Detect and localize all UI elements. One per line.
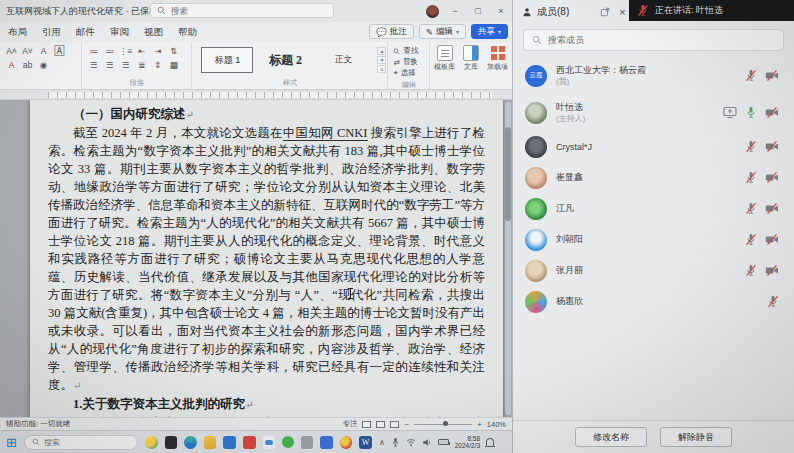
notifications-icon[interactable]: [486, 438, 494, 446]
mic-muted-icon[interactable]: [745, 69, 757, 82]
indent-left-icon[interactable]: ⇤: [135, 45, 148, 57]
sort-icon[interactable]: ⇅: [167, 45, 180, 57]
read-mode-icon[interactable]: [362, 421, 371, 428]
align-center-icon[interactable]: ☰: [103, 59, 116, 71]
word-search-input[interactable]: [171, 6, 291, 16]
member-row[interactable]: 张月丽: [525, 255, 784, 286]
camera-off-icon[interactable]: [765, 106, 779, 119]
tab-mailings[interactable]: 邮件: [76, 26, 95, 39]
zoom-in-icon[interactable]: +: [477, 420, 482, 429]
line-spacing-icon[interactable]: ⇕: [151, 59, 164, 71]
wechat-icon[interactable]: [282, 436, 294, 448]
mic-active-icon[interactable]: [745, 106, 757, 119]
font-color-icon[interactable]: A: [5, 59, 18, 71]
horizontal-ruler[interactable]: [0, 90, 512, 100]
rename-button[interactable]: 修改名称: [575, 427, 647, 447]
find-button[interactable]: 查找: [393, 46, 424, 56]
wifi-icon[interactable]: [406, 438, 416, 447]
document-page[interactable]: （一）国内研究综述↵ 截至 2024 年 2 月，本文就论文选题在中国知网 CN…: [30, 100, 503, 417]
tab-review[interactable]: 审阅: [110, 26, 129, 39]
print-layout-icon[interactable]: [376, 421, 385, 428]
tab-references[interactable]: 引用: [42, 26, 61, 39]
mic-muted-icon[interactable]: [745, 264, 757, 277]
style-heading1[interactable]: 标题 1: [201, 47, 253, 73]
tab-layout[interactable]: 布局: [8, 26, 27, 39]
highlight-icon[interactable]: ab: [21, 59, 34, 71]
task-view-icon[interactable]: [165, 436, 178, 449]
camera-off-icon[interactable]: [765, 171, 779, 184]
align-left-icon[interactable]: ☰: [87, 59, 100, 71]
member-row[interactable]: 刘朝阳: [525, 224, 784, 255]
gray-app-icon[interactable]: [301, 436, 314, 449]
file-explorer-icon[interactable]: [204, 436, 217, 449]
editing-mode-button[interactable]: ✎编辑▾: [419, 24, 466, 39]
style-heading2[interactable]: 标题 2: [259, 47, 311, 73]
camera-off-icon[interactable]: [765, 233, 779, 246]
addins-button[interactable]: 加载项: [483, 42, 512, 89]
docs-app-icon[interactable]: [320, 436, 333, 449]
battery-icon[interactable]: [438, 439, 449, 445]
start-button[interactable]: ⊞: [6, 436, 17, 449]
tray-chevron-icon[interactable]: ∧: [379, 438, 385, 447]
mic-muted-icon[interactable]: [745, 202, 757, 215]
zoom-out-icon[interactable]: −: [404, 420, 409, 429]
screen-share-icon[interactable]: [723, 106, 737, 119]
align-right-icon[interactable]: ☰: [119, 59, 132, 71]
netease-app-icon[interactable]: [243, 436, 256, 449]
member-row[interactable]: Crystal*J: [525, 131, 784, 162]
clear-format-icon[interactable]: A: [37, 45, 50, 57]
mic-muted-icon[interactable]: [745, 233, 757, 246]
tray-mic-icon[interactable]: [391, 437, 400, 448]
camera-off-icon[interactable]: [765, 69, 779, 82]
taskbar-search-input[interactable]: [44, 438, 114, 447]
member-search-box[interactable]: [523, 29, 784, 51]
indent-right-icon[interactable]: ⇥: [151, 45, 164, 57]
taskbar-search[interactable]: [24, 435, 138, 450]
font-shrink-icon[interactable]: A˄: [5, 45, 18, 57]
shading-icon[interactable]: ▦: [167, 59, 180, 71]
library-button[interactable]: 文库: [459, 42, 483, 89]
member-row[interactable]: 叶恒选 (主持人): [525, 94, 784, 131]
member-row[interactable]: 杨惠欣: [525, 286, 784, 317]
doc-scrollbar[interactable]: [505, 102, 511, 415]
replace-button[interactable]: ⇄替换: [393, 57, 424, 67]
template-library-button[interactable]: 模板库: [430, 42, 459, 89]
member-search-input[interactable]: [548, 35, 728, 45]
word-search-box[interactable]: [150, 3, 334, 18]
camera-off-icon[interactable]: [765, 140, 779, 153]
member-row[interactable]: 崔显鑫: [525, 162, 784, 193]
style-normal[interactable]: 正文: [317, 47, 369, 73]
close-panel-icon[interactable]: ×: [619, 6, 625, 18]
char-border-icon[interactable]: 🄰: [53, 45, 66, 57]
mic-muted-icon[interactable]: [767, 295, 779, 308]
member-row[interactable]: 云霞 西北工业大学：杨云霞 (我): [525, 57, 784, 94]
cloud-drive-icon[interactable]: [263, 436, 276, 449]
tab-view[interactable]: 视图: [144, 26, 163, 39]
edge-browser-icon[interactable]: [184, 436, 197, 449]
popout-panel-icon[interactable]: [600, 7, 610, 17]
unmute-button[interactable]: 解除静音: [660, 427, 732, 447]
styles-up-icon[interactable]: ▲: [377, 47, 386, 55]
account-avatar[interactable]: [426, 5, 439, 18]
restore-button[interactable]: □: [471, 6, 485, 16]
word-app-icon[interactable]: W: [359, 436, 372, 449]
web-layout-icon[interactable]: [390, 421, 399, 428]
orange-app-icon[interactable]: [340, 436, 353, 449]
mic-muted-red-icon[interactable]: [637, 4, 649, 17]
zoom-level[interactable]: 140%: [487, 420, 506, 429]
share-button[interactable]: 共享▾: [471, 24, 508, 39]
justify-icon[interactable]: ≣: [135, 59, 148, 71]
styles-down-icon[interactable]: ▼: [377, 56, 386, 64]
member-row[interactable]: 江凡: [525, 193, 784, 224]
bullets-icon[interactable]: ≔: [87, 45, 100, 57]
comment-button[interactable]: 💬批注: [369, 24, 414, 39]
multilevel-icon[interactable]: ⋮≡: [119, 45, 132, 57]
weather-widget-icon[interactable]: [145, 436, 158, 449]
mic-muted-icon[interactable]: [745, 140, 757, 153]
camera-off-icon[interactable]: [765, 264, 779, 277]
tab-help[interactable]: 帮助: [178, 26, 197, 39]
select-button[interactable]: ⌖选择: [393, 68, 424, 78]
mic-muted-icon[interactable]: [745, 171, 757, 184]
char-shading-icon[interactable]: ◉: [37, 59, 50, 71]
numbering-icon[interactable]: ≕: [103, 45, 116, 57]
